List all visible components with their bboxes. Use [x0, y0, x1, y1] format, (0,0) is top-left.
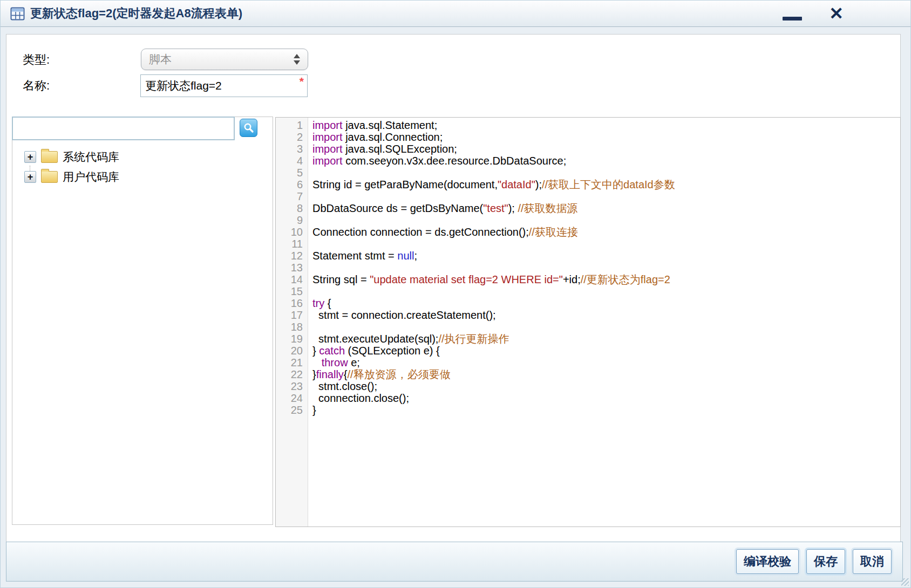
gutter-line-number: 25: [276, 404, 308, 416]
tree-item-system-library[interactable]: + 系统代码库: [12, 147, 273, 167]
minimize-icon: [783, 17, 802, 20]
gutter-line-number: 2: [276, 131, 308, 143]
table-icon: [10, 6, 25, 21]
code-line: [312, 238, 900, 250]
name-field-wrapper: *: [140, 74, 308, 97]
gutter-line-number: 4: [276, 155, 308, 167]
code-library-panel: + 系统代码库 + 用户代码库: [12, 117, 273, 525]
expand-plus-icon[interactable]: +: [24, 171, 36, 183]
window-title: 更新状态flag=2(定时器发起A8流程表单): [30, 5, 242, 22]
code-line: throw e;: [312, 357, 900, 368]
folder-icon: [41, 151, 58, 163]
gutter-line-number: 17: [276, 309, 308, 321]
gutter-line-number: 14: [276, 274, 308, 285]
editor-gutter: 1234567891011121314151617181920212223242…: [276, 118, 308, 527]
gutter-line-number: 12: [276, 250, 308, 262]
gutter-line-number: 10: [276, 226, 308, 238]
select-down-arrow-icon: [294, 60, 300, 65]
gutter-line-number: 24: [276, 392, 308, 404]
resize-handle[interactable]: [901, 578, 909, 586]
select-arrows: [294, 54, 300, 65]
code-line: Connection connection = ds.getConnection…: [312, 226, 900, 238]
gutter-line-number: 1: [276, 119, 308, 131]
code-line: String id = getParaByName(document,"data…: [312, 179, 900, 190]
code-line: import java.sql.Statement;: [312, 119, 900, 131]
expand-plus-icon[interactable]: +: [24, 151, 36, 163]
code-line: [312, 321, 900, 333]
code-line: }: [312, 404, 900, 416]
gutter-line-number: 18: [276, 321, 308, 333]
type-label: 类型:: [23, 52, 50, 68]
code-line: [312, 262, 900, 274]
gutter-line-number: 23: [276, 380, 308, 392]
code-line: Statement stmt = null;: [312, 250, 900, 262]
name-input[interactable]: [140, 74, 308, 97]
tree-item-user-library[interactable]: + 用户代码库: [12, 167, 273, 187]
code-line: String sql = "update material set flag=2…: [312, 274, 900, 285]
search-input[interactable]: [12, 117, 235, 140]
code-tree: + 系统代码库 + 用户代码库: [12, 147, 273, 187]
save-button[interactable]: 保存: [806, 549, 845, 574]
code-line: import java.sql.SQLException;: [312, 143, 900, 155]
gutter-line-number: 7: [276, 190, 308, 202]
name-label: 名称:: [23, 78, 50, 94]
gutter-line-number: 3: [276, 143, 308, 155]
code-line: stmt = connection.createStatement();: [312, 309, 900, 321]
gutter-line-number: 15: [276, 285, 308, 297]
code-line: import com.seeyon.v3x.dee.resource.DbDat…: [312, 155, 900, 167]
code-line: DbDataSource ds = getDsByName("test"); /…: [312, 202, 900, 214]
editor-code: import java.sql.Statement;import java.sq…: [308, 118, 900, 527]
code-line: import java.sql.Connection;: [312, 131, 900, 143]
code-line: }finally{//释放资源，必须要做: [312, 368, 900, 380]
content-panel: 类型: 脚本 名称: * + 系统代码库 +: [6, 34, 901, 543]
code-line: } catch (SQLException e) {: [312, 345, 900, 357]
close-icon: ✕: [829, 4, 844, 23]
type-select[interactable]: 脚本: [141, 49, 308, 70]
folder-icon: [41, 171, 58, 183]
code-editor[interactable]: 1234567891011121314151617181920212223242…: [275, 117, 901, 527]
gutter-line-number: 20: [276, 345, 308, 357]
footer-bar: 编译校验 保存 取消: [6, 542, 903, 582]
code-line: stmt.close();: [312, 380, 900, 392]
compile-check-button[interactable]: 编译校验: [736, 549, 799, 574]
code-line: [312, 214, 900, 226]
search-icon: [243, 122, 255, 134]
type-select-value: 脚本: [149, 52, 172, 67]
code-line: stmt.executeUpdate(sql);//执行更新操作: [312, 333, 900, 345]
window-titlebar: 更新状态flag=2(定时器发起A8流程表单) ✕: [1, 1, 910, 27]
select-up-arrow-icon: [294, 54, 300, 58]
gutter-line-number: 21: [276, 357, 308, 368]
tree-item-label: 用户代码库: [63, 169, 119, 184]
required-asterisk: *: [300, 75, 304, 88]
gutter-line-number: 13: [276, 262, 308, 274]
gutter-line-number: 11: [276, 238, 308, 250]
code-line: [312, 167, 900, 179]
gutter-line-number: 22: [276, 368, 308, 380]
code-line: [312, 190, 900, 202]
gutter-line-number: 9: [276, 214, 308, 226]
gutter-line-number: 5: [276, 167, 308, 179]
tree-item-label: 系统代码库: [63, 149, 119, 165]
gutter-line-number: 16: [276, 297, 308, 309]
search-button[interactable]: [240, 119, 257, 137]
code-line: try {: [312, 297, 900, 309]
window-controls: ✕: [781, 5, 901, 22]
gutter-line-number: 8: [276, 202, 308, 214]
code-line: [312, 285, 900, 297]
code-line: connection.close();: [312, 392, 900, 404]
close-button[interactable]: ✕: [829, 5, 844, 22]
cancel-button[interactable]: 取消: [853, 549, 892, 574]
dialog-window: { "window": { "title": "更新状态flag=2(定时器发起…: [0, 0, 911, 588]
gutter-line-number: 19: [276, 333, 308, 345]
minimize-button[interactable]: [781, 6, 803, 20]
gutter-line-number: 6: [276, 179, 308, 190]
